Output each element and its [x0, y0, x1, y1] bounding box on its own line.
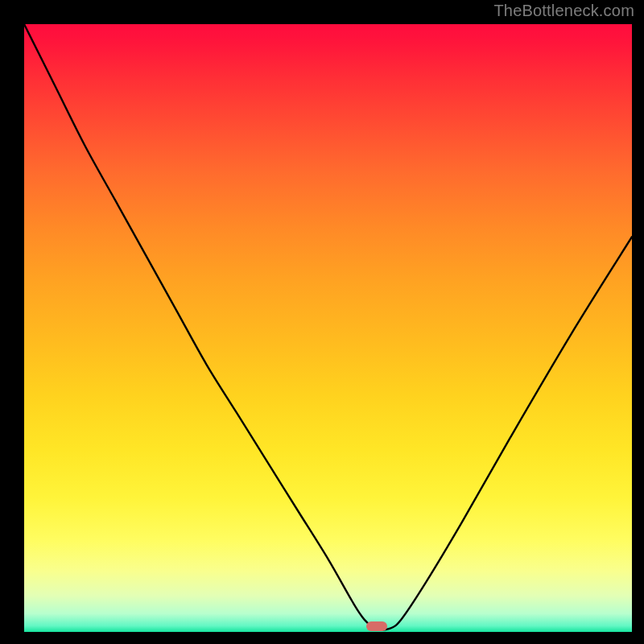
watermark-text: TheBottleneck.com	[493, 2, 634, 20]
bottleneck-curve	[24, 24, 632, 632]
chart-frame: TheBottleneck.com	[0, 0, 644, 644]
plot-area	[24, 24, 632, 632]
optimal-point-marker	[366, 621, 387, 631]
